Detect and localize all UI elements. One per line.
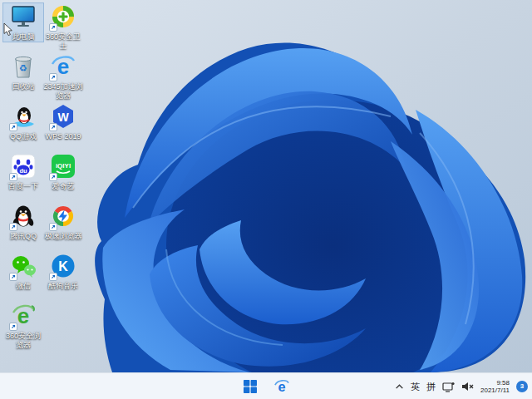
2345-browser-icon: e [49,53,77,81]
start-button[interactable] [239,376,261,397]
network-icon[interactable] [442,382,455,392]
icon-label: 360安全浏览器 [3,332,43,350]
iqiyi-icon: iQIYI [49,153,77,181]
svg-text:W: W [57,111,69,124]
tencent-qq-icon [9,203,37,231]
qq-games-icon [9,103,37,131]
taskbar-clock[interactable]: 9:58 2021/7/11 [480,379,510,394]
taskbar-center-icons: e [239,373,293,399]
clock-time: 9:58 [480,379,510,387]
icon-label: 回收站 [3,82,43,91]
this-pc-icon [9,3,37,32]
desktop-icon-2345-browser[interactable]: e 2345加速浏览器 [43,53,83,101]
kugou-music-icon: K [49,253,77,281]
icon-label: 爱奇艺 [43,182,83,191]
baidu-icon: du [9,153,37,181]
svg-text:K: K [58,259,68,273]
svg-text:iQIYI: iQIYI [56,162,71,170]
icon-label: 微信 [3,282,43,291]
browser-taskbar-button[interactable]: e [271,376,293,397]
desktop-icon-360-browser[interactable]: e 360安全浏览器 [3,303,43,350]
recycle-bin-icon: ♻ [9,53,37,81]
clock-date: 2021/7/11 [480,387,510,394]
wps-icon: W [49,103,77,131]
shortcut-arrow-badge [49,223,57,231]
shortcut-arrow-badge [49,273,57,281]
speed-browser-icon [49,203,77,231]
tray-chevron-up-icon[interactable] [395,382,404,392]
notification-badge[interactable]: 3 [516,381,528,392]
browser-e-icon: e [273,378,290,395]
windows-desktop-screen: 此电脑 ♻ 回收站 [0,0,532,399]
shortcut-arrow-badge [49,23,57,32]
shortcut-arrow-badge [9,173,17,181]
icon-label: QQ游戏 [3,132,43,141]
360-safeguard-icon [49,3,77,32]
desktop-icon-wps[interactable]: W WPS 2019 [43,103,83,141]
desktop-icon-this-pc[interactable]: 此电脑 [3,3,43,42]
svg-text:♻: ♻ [19,63,27,73]
icon-label: 360安全卫士 [43,32,83,51]
360-safe-browser-icon: e [9,303,37,331]
wechat-icon [9,253,37,281]
icon-label: 此电脑 [3,32,43,42]
taskbar: e 英 拼 9:58 2021/7/11 [0,372,532,399]
desktop-icon-recycle-bin[interactable]: ♻ 回收站 [3,53,43,91]
shortcut-arrow-badge [49,173,57,181]
icon-label: 腾讯QQ [3,232,43,241]
svg-text:du: du [19,167,27,175]
volume-muted-icon[interactable] [461,382,474,392]
system-tray: 英 拼 9:58 2021/7/11 3 [395,373,528,399]
icon-label: 百度一下 [3,182,43,191]
shortcut-arrow-badge [9,223,17,231]
shortcut-arrow-badge [49,73,57,81]
desktop-icon-tencent-qq[interactable]: 腾讯QQ [3,203,43,241]
icon-label: 酷狗音乐 [43,282,83,291]
ime-english-indicator[interactable]: 英 [411,381,420,393]
icon-label: 2345加速浏览器 [43,82,83,101]
shortcut-arrow-badge [9,323,17,331]
desktop-area[interactable]: 此电脑 ♻ 回收站 [0,0,532,372]
desktop-icon-speed-browser[interactable]: 极速浏览器 [43,203,83,241]
desktop-icon-qq-games[interactable]: QQ游戏 [3,103,43,141]
desktop-icon-wechat[interactable]: 微信 [3,253,43,291]
desktop-icon-baidu[interactable]: du 百度一下 [3,153,43,191]
desktop-icon-iqiyi[interactable]: iQIYI 爱奇艺 [43,153,83,191]
shortcut-arrow-badge [9,273,17,281]
icon-label: WPS 2019 [43,132,83,141]
shortcut-arrow-badge [9,123,17,131]
shortcut-arrow-badge [49,123,57,131]
icon-label: 极速浏览器 [43,232,83,241]
windows-logo-icon [243,379,258,394]
desktop-icon-360-safeguard[interactable]: 360安全卫士 [43,3,83,51]
ime-pinyin-indicator[interactable]: 拼 [426,381,436,393]
desktop-icon-kugou[interactable]: K 酷狗音乐 [43,253,83,291]
